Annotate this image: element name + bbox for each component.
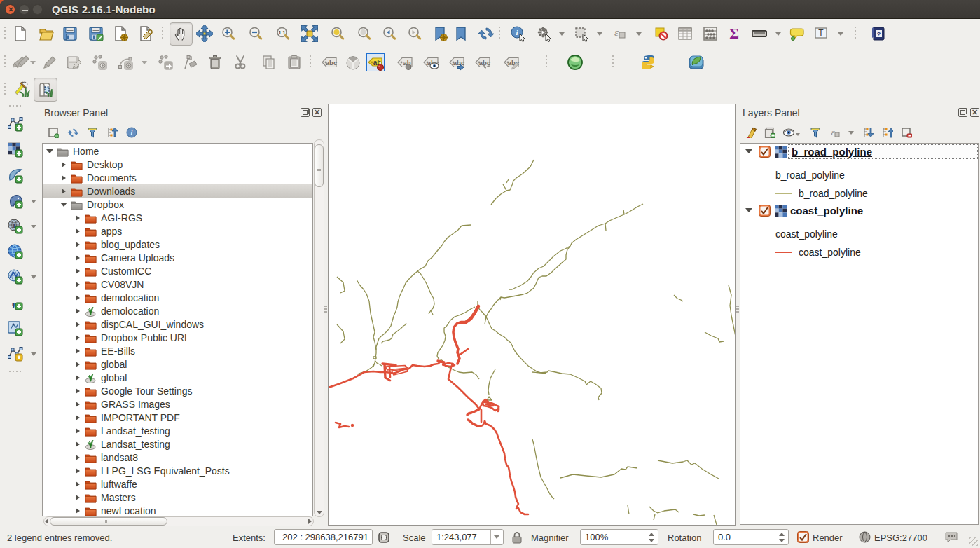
svg-text:Σ: Σ <box>729 25 739 42</box>
svg-text:ε: ε <box>614 27 619 38</box>
svg-text:?: ? <box>877 31 881 38</box>
svg-text:T: T <box>818 28 824 38</box>
svg-text:i: i <box>131 129 133 137</box>
svg-text:,: , <box>11 294 15 309</box>
svg-text:abc: abc <box>453 59 464 67</box>
svg-text:1:1: 1:1 <box>279 30 286 35</box>
svg-text:abc: abc <box>326 59 337 67</box>
